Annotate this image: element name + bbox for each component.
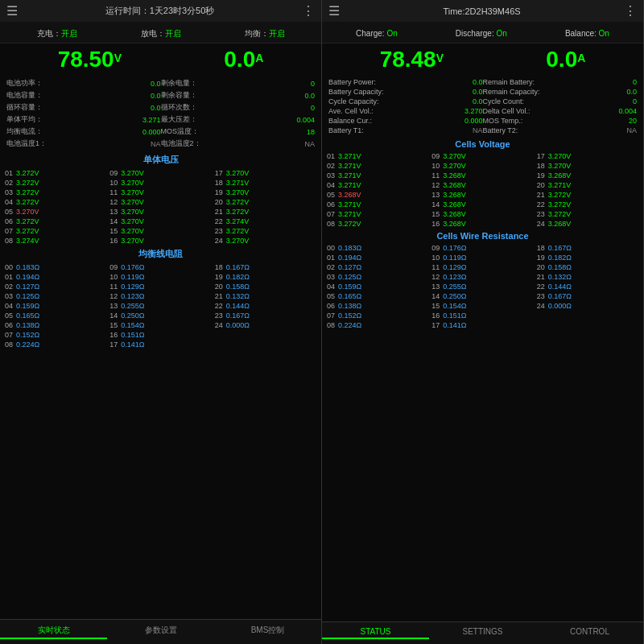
right-status-row: Charge: On Discharge: On Balance: On	[322, 22, 643, 43]
right-discharge-status: Discharge: On	[456, 25, 507, 39]
cell-item: 133.270V	[108, 207, 213, 217]
left-cells-voltage-header: 单体电压	[0, 151, 321, 168]
left-panel: ☰ 运行时间：1天23时3分50秒 ⋮ 充电：开启 放电：开启 均衡：开启 78…	[0, 0, 322, 644]
left-voltage-display: 78.50V	[58, 47, 122, 72]
cell-item: 183.270V	[535, 161, 640, 171]
resist-item: 020.127Ω	[325, 262, 430, 272]
cell-item: 083.272V	[325, 219, 430, 229]
right-nav-settings[interactable]: SETTINGS	[429, 627, 536, 639]
resist-item: 140.250Ω	[430, 291, 535, 301]
cell-item: 013.271V	[325, 151, 430, 161]
left-info-battery-power: 电池功率： 0.0	[6, 77, 161, 89]
resist-item: 050.165Ω	[325, 291, 430, 301]
resist-item: 220.144Ω	[213, 301, 318, 311]
resist-item: 110.129Ω	[430, 262, 535, 272]
resist-item: 070.152Ω	[3, 330, 108, 340]
right-info-grid: Battery Power: 0.0 Remain Battery: 0 Bat…	[322, 76, 643, 137]
cell-item: 193.270V	[213, 188, 318, 197]
right-info-battery-power: Battery Power: 0.0	[328, 77, 483, 87]
resist-item: 100.119Ω	[108, 272, 213, 282]
resist-item: 090.176Ω	[108, 262, 213, 272]
left-resistance-table: 000.183Ω090.176Ω180.167Ω010.194Ω100.119Ω…	[0, 262, 321, 349]
left-info-mos-temp: MOS温度： 18	[161, 126, 316, 138]
cell-item: 063.272V	[3, 217, 108, 226]
resist-item: 100.119Ω	[430, 253, 535, 262]
right-balance-status: Balance: On	[565, 25, 609, 39]
resist-item: 240.000Ω	[213, 320, 318, 330]
cell-item: 163.270V	[108, 236, 213, 246]
resist-item: 160.151Ω	[108, 330, 213, 340]
resist-item: 170.141Ω	[108, 340, 213, 349]
cell-item: 153.270V	[108, 226, 213, 236]
right-info-temp2: Battery T2: NA	[483, 126, 638, 135]
left-menu-icon[interactable]: ☰	[6, 3, 18, 19]
right-info-temp1: Battery T1: NA	[328, 126, 483, 135]
cell-item: 223.272V	[535, 200, 640, 209]
right-cells-voltage-header: Cells Voltage	[322, 137, 643, 151]
cell-item: 213.272V	[535, 190, 640, 200]
left-charge-status: 充电：开启	[37, 25, 77, 39]
resist-item: 060.138Ω	[3, 320, 108, 330]
cell-item: 123.268V	[430, 180, 535, 190]
resist-item: 190.182Ω	[213, 272, 318, 282]
cell-item: 093.270V	[108, 168, 213, 178]
cell-item: 083.274V	[3, 236, 108, 246]
left-info-remain-cap: 剩余容量： 0.0	[161, 89, 316, 101]
resist-item: 200.158Ω	[535, 262, 640, 272]
right-menu-icon[interactable]: ☰	[328, 3, 340, 19]
resist-item: 000.183Ω	[325, 243, 430, 253]
resist-item: 040.159Ω	[3, 301, 108, 311]
right-more-icon[interactable]: ⋮	[624, 3, 637, 19]
left-nav-control[interactable]: BMS控制	[214, 625, 321, 639]
left-nav-settings[interactable]: 参数设置	[107, 625, 214, 639]
cell-item: 093.270V	[430, 151, 535, 161]
resist-item: 180.167Ω	[213, 262, 318, 272]
left-nav-status[interactable]: 实时状态	[0, 625, 107, 639]
cell-item: 203.271V	[535, 180, 640, 190]
resist-item: 070.152Ω	[325, 311, 430, 320]
cell-item: 053.270V	[3, 207, 108, 217]
cell-item: 153.268V	[430, 209, 535, 219]
cell-item: 173.270V	[213, 168, 318, 178]
cell-item: 193.268V	[535, 171, 640, 180]
left-info-grid: 电池功率： 0.0 剩余电量： 0 电池容量： 0.0 剩余容量： 0.0 循环…	[0, 76, 321, 151]
right-info-avg-cell: Ave. Cell Vol.: 3.270	[328, 106, 483, 116]
resist-item	[535, 311, 640, 320]
left-header: ☰ 运行时间：1天23时3分50秒 ⋮	[0, 0, 321, 22]
cell-item: 073.271V	[325, 209, 430, 219]
right-nav-status[interactable]: STATUS	[322, 627, 429, 639]
right-header-title: Time:2D2H39M46S	[340, 6, 624, 16]
resist-item: 060.138Ω	[325, 301, 430, 311]
resist-item: 080.224Ω	[325, 320, 430, 330]
left-info-balance-cur: 均衡电流： 0.000	[6, 126, 161, 138]
resist-item: 120.123Ω	[108, 291, 213, 301]
right-resistance-header: Cells Wire Resistance	[322, 229, 643, 243]
right-info-mos-temp: MOS Temp.: 20	[483, 116, 638, 126]
resist-item: 150.154Ω	[430, 301, 535, 311]
cell-item: 103.270V	[108, 178, 213, 188]
cell-item: 033.271V	[325, 171, 430, 180]
cell-item: 063.271V	[325, 200, 430, 209]
right-info-cycle-cap: Cycle Capacity: 0.0	[328, 97, 483, 106]
cell-item: 233.272V	[213, 226, 318, 236]
right-cells-table: 013.271V093.270V173.270V023.271V103.270V…	[322, 151, 643, 229]
right-info-delta-cell: Delta Cell Vol.: 0.004	[483, 106, 638, 116]
right-panel: ☰ Time:2D2H39M46S ⋮ Charge: On Discharge…	[322, 0, 644, 644]
left-balance-status: 均衡：开启	[245, 25, 285, 39]
right-current-display: 0.0A	[546, 47, 585, 72]
right-nav-control[interactable]: CONTROL	[536, 627, 643, 639]
resist-item: 130.255Ω	[108, 301, 213, 311]
cell-item: 243.270V	[213, 236, 318, 246]
resist-item: 170.141Ω	[430, 320, 535, 330]
left-more-icon[interactable]: ⋮	[302, 3, 315, 19]
left-bottom-nav: 实时状态 参数设置 BMS控制	[0, 619, 321, 644]
right-info-cycle-count: Cycle Count: 0	[483, 97, 638, 106]
resist-item: 010.194Ω	[3, 272, 108, 282]
left-cells-table: 013.272V093.270V173.270V023.272V103.270V…	[0, 168, 321, 246]
cell-item: 023.272V	[3, 178, 108, 188]
resist-item: 230.167Ω	[535, 291, 640, 301]
left-info-avg-cell: 单体平均： 3.271	[6, 114, 161, 126]
left-current-display: 0.0A	[224, 47, 263, 72]
resist-item: 140.250Ω	[108, 311, 213, 320]
resist-item: 120.123Ω	[430, 272, 535, 282]
